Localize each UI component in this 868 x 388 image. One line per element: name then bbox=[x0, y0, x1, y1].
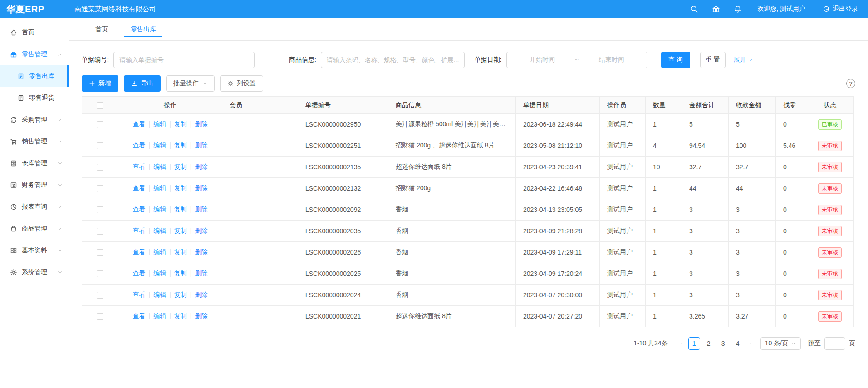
row-checkbox[interactable] bbox=[97, 121, 103, 128]
copy-link[interactable]: 复制 bbox=[174, 206, 187, 213]
company-name: 南通某某网络科技有限公司 bbox=[74, 5, 156, 14]
row-checkbox[interactable] bbox=[97, 313, 103, 320]
view-link[interactable]: 查看 bbox=[133, 184, 146, 192]
row-checkbox[interactable] bbox=[97, 142, 103, 149]
view-link[interactable]: 查看 bbox=[133, 206, 146, 213]
help-icon[interactable]: ? bbox=[846, 79, 855, 88]
sidebar-item-finance-management[interactable]: 财务管理 bbox=[0, 174, 69, 196]
view-link[interactable]: 查看 bbox=[133, 227, 146, 234]
view-link[interactable]: 查看 bbox=[133, 142, 146, 149]
chevron-down-icon bbox=[57, 248, 63, 253]
copy-link[interactable]: 复制 bbox=[174, 270, 187, 277]
table-row: 查看|编辑|复制|删除 LSCK00000002026 香烟 2023-04-0… bbox=[82, 242, 854, 263]
delete-link[interactable]: 删除 bbox=[195, 163, 207, 170]
sidebar-item-system-management[interactable]: 系统管理 bbox=[0, 261, 69, 283]
search-button[interactable]: 查询 bbox=[661, 52, 690, 68]
cell-change: 0 bbox=[776, 178, 806, 199]
sidebar-item-retail-management[interactable]: 零售管理 bbox=[0, 44, 69, 65]
chevron-down-icon bbox=[57, 204, 63, 210]
cell-member bbox=[222, 221, 298, 242]
retail-icon bbox=[10, 51, 17, 58]
delete-link[interactable]: 删除 bbox=[195, 120, 207, 128]
date-range-input[interactable]: 开始时间 ~ 结束时间 bbox=[506, 52, 647, 68]
page-number-2[interactable]: 2 bbox=[703, 337, 715, 350]
sidebar-item-retail-outbound[interactable]: 零售出库 bbox=[0, 65, 69, 87]
copy-link[interactable]: 复制 bbox=[174, 291, 187, 298]
sidebar-item-retail-return[interactable]: 零售退货 bbox=[0, 87, 69, 109]
edit-link[interactable]: 编辑 bbox=[153, 120, 166, 128]
bank-icon[interactable] bbox=[712, 5, 720, 13]
view-link[interactable]: 查看 bbox=[133, 248, 146, 255]
delete-link[interactable]: 删除 bbox=[195, 312, 207, 319]
view-link[interactable]: 查看 bbox=[133, 312, 146, 319]
row-checkbox[interactable] bbox=[97, 228, 103, 235]
edit-link[interactable]: 编辑 bbox=[153, 291, 166, 298]
copy-link[interactable]: 复制 bbox=[174, 312, 187, 319]
copy-link[interactable]: 复制 bbox=[174, 120, 187, 128]
batch-actions-button[interactable]: 批量操作 bbox=[166, 75, 215, 92]
delete-link[interactable]: 删除 bbox=[195, 291, 207, 298]
tab-retail-outbound[interactable]: 零售出库 bbox=[124, 18, 162, 40]
cell-bill-date: 2023-05-08 21:12:10 bbox=[516, 135, 600, 157]
edit-link[interactable]: 编辑 bbox=[153, 270, 166, 277]
bill-no-input[interactable] bbox=[113, 52, 255, 68]
delete-link[interactable]: 删除 bbox=[195, 184, 207, 192]
prev-page-button[interactable] bbox=[676, 337, 687, 350]
copy-link[interactable]: 复制 bbox=[174, 184, 187, 192]
select-all-checkbox[interactable] bbox=[97, 102, 103, 109]
edit-link[interactable]: 编辑 bbox=[153, 248, 166, 255]
page-size-select[interactable]: 10 条/页 bbox=[760, 337, 801, 350]
sidebar-item-product-management[interactable]: 商品管理 bbox=[0, 218, 69, 240]
jump-page-input[interactable] bbox=[824, 337, 845, 350]
next-page-button[interactable] bbox=[745, 337, 756, 350]
cell-bill-no: LSCK00000002950 bbox=[298, 114, 388, 135]
edit-link[interactable]: 编辑 bbox=[153, 142, 166, 149]
sidebar-item-home[interactable]: 首页 bbox=[0, 22, 69, 44]
copy-link[interactable]: 复制 bbox=[174, 142, 187, 149]
view-link[interactable]: 查看 bbox=[133, 163, 146, 170]
logout-button[interactable]: 退出登录 bbox=[823, 5, 858, 13]
edit-link[interactable]: 编辑 bbox=[153, 312, 166, 319]
delete-link[interactable]: 删除 bbox=[195, 270, 207, 277]
delete-link[interactable]: 删除 bbox=[195, 206, 207, 213]
column-settings-button[interactable]: 列设置 bbox=[220, 75, 263, 92]
bell-icon[interactable] bbox=[734, 5, 742, 13]
row-checkbox[interactable] bbox=[97, 270, 103, 277]
edit-link[interactable]: 编辑 bbox=[153, 184, 166, 192]
cell-member bbox=[222, 114, 298, 135]
row-checkbox[interactable] bbox=[97, 249, 103, 256]
page-number-1[interactable]: 1 bbox=[688, 337, 700, 350]
edit-link[interactable]: 编辑 bbox=[153, 206, 166, 213]
sidebar-item-basic-data[interactable]: 基本资料 bbox=[0, 240, 69, 261]
edit-link[interactable]: 编辑 bbox=[153, 227, 166, 234]
export-button[interactable]: 导出 bbox=[124, 75, 161, 92]
tab-home[interactable]: 首页 bbox=[89, 18, 114, 40]
add-button[interactable]: 新增 bbox=[82, 75, 118, 92]
page-number-4[interactable]: 4 bbox=[732, 337, 744, 350]
page-number-3[interactable]: 3 bbox=[717, 337, 729, 350]
row-checkbox[interactable] bbox=[97, 164, 103, 171]
reset-button[interactable]: 重置 bbox=[700, 52, 726, 68]
product-info-input[interactable] bbox=[321, 52, 465, 68]
row-checkbox[interactable] bbox=[97, 185, 103, 192]
row-checkbox[interactable] bbox=[97, 206, 103, 213]
search-icon[interactable] bbox=[690, 5, 698, 13]
view-link[interactable]: 查看 bbox=[133, 291, 146, 298]
view-link[interactable]: 查看 bbox=[133, 120, 146, 128]
delete-link[interactable]: 删除 bbox=[195, 142, 207, 149]
delete-link[interactable]: 删除 bbox=[195, 248, 207, 255]
sidebar-item-sales-management[interactable]: 销售管理 bbox=[0, 131, 69, 152]
edit-link[interactable]: 编辑 bbox=[153, 163, 166, 170]
copy-link[interactable]: 复制 bbox=[174, 163, 187, 170]
copy-link[interactable]: 复制 bbox=[174, 227, 187, 234]
welcome-user[interactable]: 欢迎您, 测试用户 bbox=[757, 5, 805, 13]
row-checkbox[interactable] bbox=[97, 292, 103, 299]
delete-link[interactable]: 删除 bbox=[195, 227, 207, 234]
cell-received-amount: 3 bbox=[729, 263, 776, 285]
expand-link[interactable]: 展开 bbox=[734, 56, 754, 64]
sidebar-item-purchase-management[interactable]: 采购管理 bbox=[0, 109, 69, 131]
sidebar-item-warehouse-management[interactable]: 仓库管理 bbox=[0, 152, 69, 174]
view-link[interactable]: 查看 bbox=[133, 270, 146, 277]
copy-link[interactable]: 复制 bbox=[174, 248, 187, 255]
sidebar-item-report-query[interactable]: 报表查询 bbox=[0, 196, 69, 218]
